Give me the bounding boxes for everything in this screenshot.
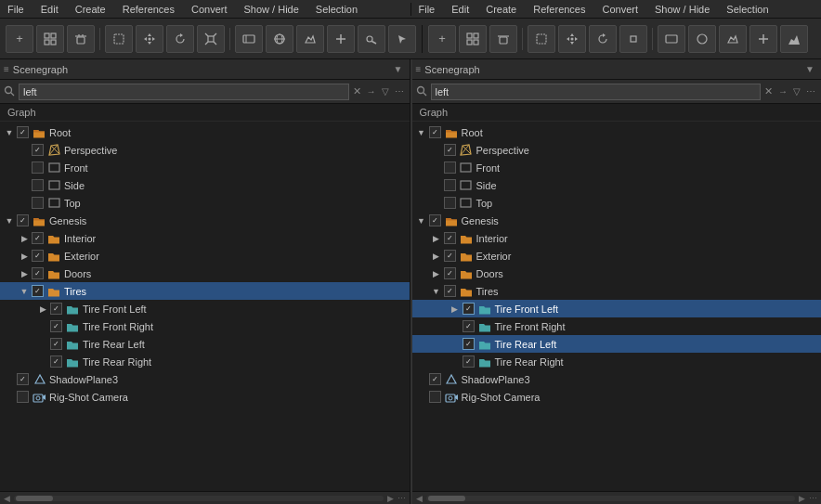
expand-interior-r[interactable]: ▶ bbox=[431, 233, 442, 244]
expand-tires-r[interactable]: ▼ bbox=[431, 286, 442, 297]
check-camera[interactable] bbox=[17, 391, 29, 403]
check-root[interactable]: ✓ bbox=[17, 126, 29, 138]
right-search-opt-filter[interactable]: ▽ bbox=[791, 85, 802, 97]
left-search-clear[interactable]: ✕ bbox=[353, 85, 361, 97]
expand-exterior-r[interactable]: ▶ bbox=[431, 251, 442, 262]
check-interior[interactable]: ✓ bbox=[32, 232, 44, 244]
tree-row[interactable]: ✓ Perspective bbox=[0, 141, 410, 159]
check-tire-fr[interactable]: ✓ bbox=[50, 320, 62, 332]
toolbar-grid-btn[interactable] bbox=[36, 25, 64, 53]
toolbar-move-btn-r[interactable] bbox=[558, 25, 586, 53]
expand-doors-r[interactable]: ▶ bbox=[431, 268, 442, 279]
tree-row[interactable]: ✓ Tire Rear Right bbox=[412, 353, 822, 370]
right-scroll-left-icon[interactable]: ◀ bbox=[416, 494, 423, 503]
tree-row[interactable]: ▶ ✓ Tire Front Left bbox=[0, 300, 410, 317]
toolbar-select-btn-r[interactable] bbox=[528, 25, 555, 53]
right-search-opt-more[interactable]: ⋯ bbox=[804, 85, 817, 97]
toolbar-b2[interactable] bbox=[266, 25, 293, 53]
left-search-opt-filter[interactable]: ▽ bbox=[380, 85, 391, 97]
left-tree-area[interactable]: ▼ ✓ Root ✓ Perspective bbox=[0, 122, 410, 491]
right-hscroll-thumb[interactable] bbox=[428, 496, 465, 501]
tree-row[interactable]: ▶ ✓ Interior bbox=[0, 229, 410, 247]
left-panel-menu-btn[interactable]: ▼ bbox=[391, 63, 406, 75]
expand-root[interactable]: ▼ bbox=[4, 127, 15, 138]
tree-row[interactable]: Side bbox=[412, 176, 822, 194]
check-tire-rr[interactable]: ✓ bbox=[50, 355, 62, 368]
tree-row[interactable]: ✓ Tire Front Right bbox=[412, 317, 822, 335]
toolbar-add-btn-r[interactable]: + bbox=[428, 25, 456, 53]
check-genesis[interactable]: ✓ bbox=[17, 214, 29, 226]
tree-row[interactable]: ▼ ✓ Genesis bbox=[0, 212, 410, 229]
tree-row[interactable]: Front bbox=[0, 159, 410, 176]
toolbar-select-btn[interactable] bbox=[105, 25, 133, 53]
tree-row[interactable]: ▼ ✓ Genesis bbox=[412, 212, 822, 229]
check-shadow-r[interactable]: ✓ bbox=[429, 373, 441, 385]
toolbar-b1[interactable] bbox=[235, 25, 263, 53]
toolbar-delete-btn-r[interactable] bbox=[489, 25, 517, 53]
expand-tire-fl[interactable]: ▶ bbox=[37, 304, 48, 315]
tree-row[interactable]: ✓ Tire Rear Left bbox=[0, 335, 410, 353]
check-front[interactable] bbox=[32, 162, 44, 174]
menu-file[interactable]: File bbox=[4, 3, 28, 16]
left-search-icon[interactable] bbox=[4, 85, 15, 98]
menu-show-hide-r[interactable]: Show / Hide bbox=[651, 3, 713, 16]
right-panel-options-icon[interactable]: ⋯ bbox=[809, 494, 817, 503]
left-hscroll-track[interactable] bbox=[14, 496, 384, 501]
check-doors-r[interactable]: ✓ bbox=[444, 267, 456, 279]
toolbar-move-btn[interactable] bbox=[136, 25, 163, 53]
tree-row-tires[interactable]: ▼ ✓ Tires bbox=[0, 282, 410, 300]
expand-genesis[interactable]: ▼ bbox=[4, 215, 15, 226]
tree-row[interactable]: Side bbox=[0, 176, 410, 194]
toolbar-br4[interactable] bbox=[749, 25, 777, 53]
tree-row-tire-fl-r[interactable]: ▶ ✓ Tire Front Left bbox=[412, 300, 822, 317]
check-tire-rr-r[interactable]: ✓ bbox=[463, 355, 475, 368]
menu-create[interactable]: Create bbox=[72, 3, 110, 16]
tree-row[interactable]: ✓ Tire Front Right bbox=[0, 317, 410, 335]
menu-convert[interactable]: Convert bbox=[188, 3, 231, 16]
right-scroll-right-icon[interactable]: ▶ bbox=[799, 494, 805, 503]
toolbar-rotate-btn[interactable] bbox=[166, 25, 194, 53]
check-tires[interactable]: ✓ bbox=[32, 285, 44, 297]
check-top-r[interactable] bbox=[444, 197, 456, 209]
left-search-opt-arrow[interactable]: → bbox=[365, 85, 378, 97]
check-perspective-r[interactable]: ✓ bbox=[444, 144, 456, 156]
tree-row-tires-r[interactable]: ▼ ✓ Tires bbox=[412, 282, 822, 300]
tree-row-tire-rl-r[interactable]: ✓ Tire Rear Left bbox=[412, 335, 822, 353]
check-tires-r[interactable]: ✓ bbox=[444, 285, 456, 297]
check-side-r[interactable] bbox=[444, 179, 456, 191]
expand-root-r[interactable]: ▼ bbox=[416, 127, 427, 138]
toolbar-arrow-btn[interactable] bbox=[388, 25, 416, 53]
toolbar-br2[interactable] bbox=[688, 25, 716, 53]
left-search-input[interactable] bbox=[19, 84, 349, 100]
toolbar-scale-btn-r[interactable] bbox=[619, 25, 647, 53]
right-hscroll-track[interactable] bbox=[426, 496, 796, 501]
tree-row[interactable]: ▶ ✓ Exterior bbox=[412, 247, 822, 265]
toolbar-b4[interactable] bbox=[327, 25, 355, 53]
check-tire-rl[interactable]: ✓ bbox=[50, 338, 62, 350]
right-panel-menu-btn[interactable]: ▼ bbox=[802, 63, 817, 75]
tree-row[interactable]: ✓ Perspective bbox=[412, 141, 822, 159]
check-tire-rl-r[interactable]: ✓ bbox=[463, 338, 475, 350]
expand-tire-fl-r[interactable]: ▶ bbox=[450, 304, 461, 315]
left-scroll-left-icon[interactable]: ◀ bbox=[4, 494, 10, 503]
tree-row[interactable]: ✓ ShadowPlane3 bbox=[0, 370, 410, 388]
expand-tires[interactable]: ▼ bbox=[19, 286, 30, 297]
toolbar-br5[interactable] bbox=[780, 25, 808, 53]
toolbar-grid-btn-r[interactable] bbox=[459, 25, 487, 53]
toolbar-br3[interactable] bbox=[719, 25, 747, 53]
check-camera-r[interactable] bbox=[429, 391, 441, 403]
menu-edit-r[interactable]: Edit bbox=[448, 3, 473, 16]
check-doors[interactable]: ✓ bbox=[32, 267, 44, 279]
right-search-input[interactable] bbox=[431, 84, 762, 100]
check-tire-fr-r[interactable]: ✓ bbox=[463, 320, 475, 332]
menu-selection-r[interactable]: Selection bbox=[723, 3, 772, 16]
menu-references[interactable]: References bbox=[119, 3, 178, 16]
check-root-r[interactable]: ✓ bbox=[429, 126, 441, 138]
check-top[interactable] bbox=[32, 197, 44, 209]
tree-row[interactable]: ▶ ✓ Doors bbox=[412, 265, 822, 282]
menu-selection[interactable]: Selection bbox=[312, 3, 361, 16]
check-exterior[interactable]: ✓ bbox=[32, 250, 44, 262]
check-tire-fl-r[interactable]: ✓ bbox=[463, 303, 475, 315]
tree-row[interactable]: ▼ ✓ Root bbox=[412, 123, 822, 141]
right-search-opt-arrow[interactable]: → bbox=[776, 85, 789, 97]
